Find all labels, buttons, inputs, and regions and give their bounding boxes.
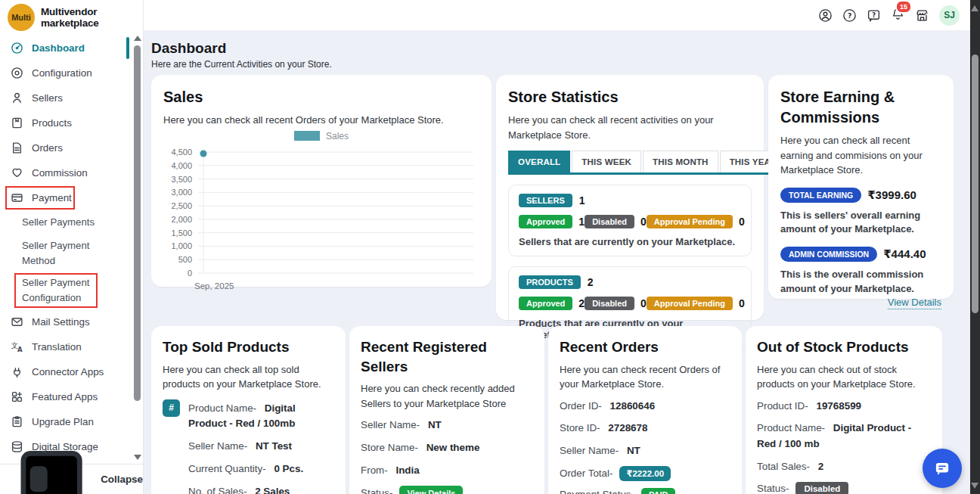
products-badge: PRODUCTS [519, 275, 581, 289]
field-label: Product ID- [757, 400, 808, 412]
sidebar-item-label: Commission [32, 167, 88, 179]
sidebar-item-products[interactable]: Products [0, 110, 143, 135]
svg-text:3,000: 3,000 [171, 188, 192, 197]
approval-pending-badge: Approval Pending [647, 215, 733, 228]
sidebar-item-connector-apps[interactable]: Connector Apps [0, 359, 143, 384]
sidebar-item-seller-payments[interactable]: Seller Payments [0, 210, 143, 235]
sidebar-item-digital-storage[interactable]: Digital Storage [0, 434, 143, 459]
field-value: 0 Pcs. [274, 463, 303, 474]
field-current-quantity: Current Quantity- 0 Pcs. [188, 461, 334, 477]
sidebar-item-translation[interactable]: 文 A Translation [0, 334, 143, 359]
recent-orders-card: Recent Orders Here you can check recent … [548, 326, 742, 494]
approval-pending-count: 0 [739, 297, 745, 309]
tab-this-month[interactable]: THIS MONTH [643, 151, 718, 172]
field-label: Total Sales- [757, 461, 810, 472]
sidebar-item-upgrade-plan[interactable]: Upgrade Plan [0, 409, 143, 434]
sidebar-scrollbar-thumb[interactable] [134, 45, 141, 401]
field-store-id: Store ID- 2728678 [560, 421, 730, 437]
page-scrollbar-thumb[interactable] [972, 54, 978, 313]
tab-overall[interactable]: OVERALL [508, 151, 570, 172]
store-statistics-card: Store Statistics Here you can check all … [496, 75, 764, 320]
sidebar-item-configuration[interactable]: Configuration [0, 61, 143, 85]
help-icon[interactable]: ? [842, 8, 857, 23]
sidebar-scrollbar-up-arrow[interactable] [134, 36, 141, 41]
sidebar-item-dashboard[interactable]: Dashboard [0, 36, 143, 61]
chat-icon [932, 458, 952, 478]
translation-icon: 文 A [11, 340, 23, 353]
top-cards-row: Sales Here you can check all recent Orde… [151, 75, 954, 320]
sidebar-item-seller-payment-method[interactable]: Seller Payment Method [0, 235, 143, 272]
user-avatar[interactable]: SJ [939, 5, 960, 26]
field-label: Product Name- [188, 402, 256, 414]
approved-badge: Approved [519, 215, 572, 228]
app-window: Multi Multivendor marketplace Dashboard … [0, 0, 980, 494]
disabled-badge: Disabled [585, 215, 634, 228]
seller-status-view-details-button[interactable]: View Details [399, 486, 463, 494]
field-label: Store Name- [361, 442, 418, 453]
field-label: Store ID- [560, 422, 600, 433]
upgrade-plan-icon [11, 415, 23, 428]
chart-legend: Sales [163, 131, 479, 141]
sidebar-collapse-button[interactable]: Collapse [0, 464, 143, 494]
recent-sellers-title: Recent Registered Sellers [361, 337, 533, 376]
sidebar-item-commission[interactable]: Commission [0, 160, 143, 185]
svg-text:500: 500 [178, 255, 192, 264]
sidebar-item-sellers[interactable]: Sellers [0, 85, 143, 110]
featured-apps-icon [11, 390, 23, 403]
feedback-icon[interactable]: ? [867, 8, 881, 23]
store-earning-description: Here you can check all recent earning an… [780, 133, 941, 178]
total-earning-badge: TOTAL EARNING [780, 188, 861, 203]
sidebar-item-label: Connector Apps [32, 366, 104, 377]
svg-text:3,500: 3,500 [171, 174, 192, 183]
sellers-count: 1 [579, 194, 585, 207]
svg-text:2,000: 2,000 [171, 214, 192, 223]
dashboard-icon [11, 42, 23, 54]
sidebar-item-label: Upgrade Plan [32, 416, 94, 427]
field-value: India [395, 464, 419, 476]
field-seller-name: Seller Name- NT Test [188, 439, 334, 455]
main-area: ? ? 15 SJ Dashboard Here are the Current… [144, 0, 970, 494]
sidebar-scrollbar-down-arrow[interactable] [134, 455, 141, 460]
svg-text:?: ? [872, 11, 876, 18]
field-label: From- [361, 464, 388, 476]
store-icon[interactable] [915, 8, 929, 23]
page-scrollbar[interactable] [970, 0, 980, 494]
sidebar-item-featured-apps[interactable]: Featured Apps [0, 384, 143, 409]
sidebar-item-orders[interactable]: Orders [0, 135, 143, 160]
sidebar-item-payment[interactable]: Payment [0, 185, 143, 210]
earnings-view-details-link[interactable]: View Details [888, 297, 941, 309]
rank-badge: # [163, 399, 180, 417]
out-of-stock-products-card: Out of Stock Products Here you can check… [746, 326, 942, 494]
field-store-name: Store Name- New theme [361, 440, 533, 456]
svg-text:Sep, 2025: Sep, 2025 [194, 281, 234, 290]
digital-storage-icon [11, 440, 23, 453]
sidebar-scrollbar[interactable] [133, 33, 142, 462]
chat-widget-button[interactable] [923, 449, 962, 488]
page-scrollbar-up-arrow[interactable] [971, 5, 978, 11]
account-icon[interactable] [818, 8, 833, 23]
topbar: ? ? 15 SJ [144, 0, 970, 30]
approved-count: 2 [578, 297, 585, 309]
sidebar-item-label: Products [32, 117, 72, 129]
field-value: NT [428, 419, 442, 430]
admin-commission-badge: ADMIN COMMISSION [780, 247, 877, 262]
page-scrollbar-down-arrow[interactable] [971, 483, 978, 489]
field-seller-name: Seller Name- NT [560, 443, 730, 459]
admin-commission-value: ₹444.40 [883, 247, 926, 261]
sidebar-item-seller-payment-configuration[interactable]: Seller Payment Configuration [0, 272, 143, 309]
recent-orders-title: Recent Orders [560, 337, 730, 357]
bottom-cards-row: Top Sold Products Here you can check all… [151, 326, 954, 494]
field-label: Status- [361, 487, 392, 494]
page-subtitle: Here are the Current Activities on your … [151, 59, 954, 70]
tab-this-week[interactable]: THIS WEEK [572, 151, 641, 172]
products-icon [11, 117, 23, 129]
sidebar-item-label: Seller Payments [22, 215, 95, 230]
field-order-id: Order ID- 12860646 [560, 399, 730, 415]
field-value: NT [627, 445, 640, 456]
sales-card-description: Here you can check all recent Orders of … [163, 113, 479, 128]
notifications-button[interactable]: 15 [891, 7, 905, 24]
orders-icon [11, 141, 23, 154]
field-value: New theme [426, 442, 480, 453]
sidebar-item-mail-settings[interactable]: Mail Settings [0, 309, 143, 334]
store-earning-title: Store Earning & Commissions [780, 87, 941, 128]
